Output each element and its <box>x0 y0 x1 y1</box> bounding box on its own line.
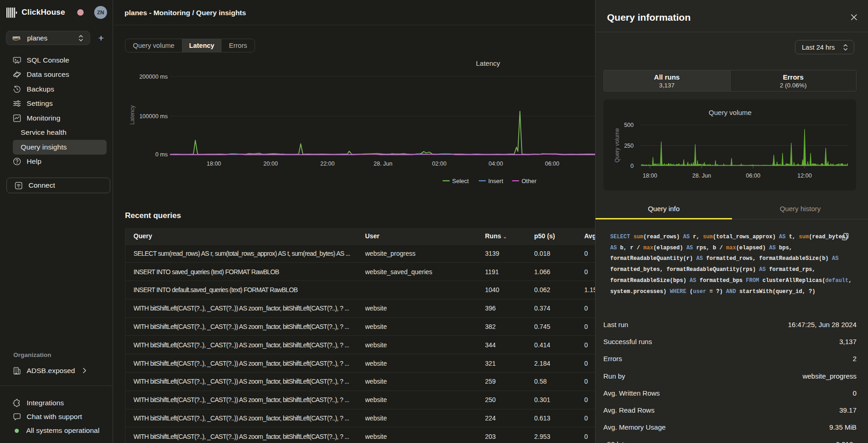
svg-text:22:00: 22:00 <box>320 161 335 167</box>
svg-text:06:00: 06:00 <box>746 173 760 179</box>
svg-text:06:00: 06:00 <box>545 161 559 167</box>
svg-text:aws: aws <box>12 35 20 40</box>
svg-text:02:00: 02:00 <box>432 161 446 167</box>
svg-text:100000 ms: 100000 ms <box>139 113 168 120</box>
svg-text:28. Jun: 28. Jun <box>692 173 711 179</box>
svg-text:0 ms: 0 ms <box>155 151 168 158</box>
svg-text:Other: Other <box>522 178 537 184</box>
svg-text:500: 500 <box>624 122 634 128</box>
svg-text:28. Jun: 28. Jun <box>374 161 392 167</box>
svg-text:12:00: 12:00 <box>797 173 811 179</box>
svg-text:04:00: 04:00 <box>488 161 503 167</box>
svg-text:200000 ms: 200000 ms <box>139 74 168 80</box>
svg-text:Latency: Latency <box>476 60 500 67</box>
svg-text:Insert: Insert <box>488 178 504 184</box>
svg-text:20:00: 20:00 <box>263 161 278 167</box>
svg-text:18:00: 18:00 <box>207 161 221 167</box>
svg-text:250: 250 <box>624 143 634 149</box>
svg-text:18:00: 18:00 <box>643 173 657 179</box>
svg-text:Select: Select <box>452 178 469 184</box>
svg-text:Query volume: Query volume <box>614 128 620 162</box>
svg-text:Latency: Latency <box>129 105 136 125</box>
svg-text:0: 0 <box>630 163 634 169</box>
svg-text:Query volume: Query volume <box>709 109 751 116</box>
